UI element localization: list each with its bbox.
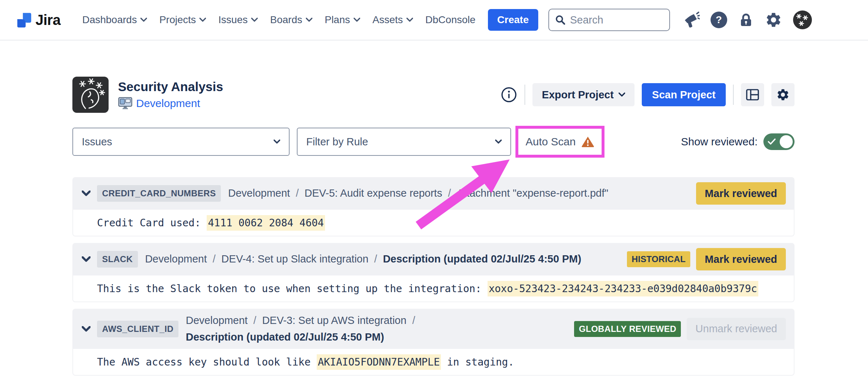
nav-label: Plans bbox=[325, 14, 350, 26]
snippet-text: The AWS access key should look like bbox=[97, 356, 317, 368]
check-icon bbox=[767, 137, 776, 146]
secret-highlight: AKIAIO5FODNN7EXAMPLE bbox=[317, 354, 441, 370]
nav-label: Projects bbox=[159, 14, 196, 26]
crumb-issue: DEV-5: Audit expense reports bbox=[304, 187, 442, 200]
scan-project-button[interactable]: Scan Project bbox=[642, 83, 726, 106]
historical-badge: HISTORICAL bbox=[627, 251, 690, 267]
issues-select[interactable]: Issues bbox=[72, 128, 290, 156]
nav-item-dashboards[interactable]: Dashboards bbox=[82, 14, 147, 26]
chevron-down-icon bbox=[495, 140, 502, 144]
jira-logo[interactable]: Jira bbox=[16, 12, 60, 28]
crumb-separator: / bbox=[253, 314, 256, 328]
crumb-project: Development bbox=[186, 314, 248, 328]
user-avatar[interactable] bbox=[793, 10, 812, 29]
rule-badge: CREDIT_CARD_NUMBERS bbox=[97, 185, 221, 202]
crumb-location: Attachment "expense-report.pdf" bbox=[457, 187, 608, 200]
finding-snippet: Credit Card used: 4111 0062 2084 4604 bbox=[97, 217, 325, 229]
finding-header: AWS_CLIENT_ID Development / DEV-3: Set u… bbox=[72, 309, 795, 349]
create-button[interactable]: Create bbox=[488, 9, 538, 31]
nav-item-issues[interactable]: Issues bbox=[218, 14, 258, 26]
nav-item-projects[interactable]: Projects bbox=[159, 14, 206, 26]
nav-label: Boards bbox=[270, 14, 302, 26]
search-box[interactable] bbox=[548, 9, 670, 31]
info-icon[interactable] bbox=[501, 86, 517, 103]
crumb-separator: / bbox=[296, 187, 299, 200]
jira-logo-icon bbox=[16, 12, 33, 28]
divider bbox=[733, 85, 734, 105]
warning-icon bbox=[581, 136, 594, 148]
help-icon[interactable]: ? bbox=[711, 12, 727, 28]
rule-badge: AWS_CLIENT_ID bbox=[97, 321, 178, 337]
navbar-icon-group: ? bbox=[682, 10, 812, 29]
nav-label: Assets bbox=[372, 14, 403, 26]
nav-item-plans[interactable]: Plans bbox=[325, 14, 360, 26]
nav-label: Issues bbox=[218, 14, 248, 26]
nav-item-dbconsole[interactable]: DbConsole bbox=[425, 14, 476, 26]
header-actions: Export Project Scan Project bbox=[501, 83, 795, 106]
nav-item-assets[interactable]: Assets bbox=[372, 14, 413, 26]
finding-card-credit-card: CREDIT_CARD_NUMBERS Development / DEV-5:… bbox=[72, 177, 795, 236]
crumb-project: Development bbox=[145, 252, 207, 266]
chevron-down-icon bbox=[274, 140, 280, 144]
page-header: Security Analysis Development Export Pro… bbox=[72, 77, 795, 113]
snippet-text: Credit Card used: bbox=[97, 217, 207, 229]
title-block: Security Analysis Development bbox=[118, 80, 223, 110]
filters-row: Issues Filter by Rule Auto Scan Show rev… bbox=[72, 126, 795, 158]
export-project-label: Export Project bbox=[542, 89, 614, 101]
chevron-down-icon bbox=[406, 18, 413, 22]
announcement-icon[interactable] bbox=[682, 11, 700, 29]
issues-select-value: Issues bbox=[82, 136, 112, 148]
chevron-down-icon bbox=[306, 18, 312, 22]
breadcrumb: Development / DEV-4: Set up Slack integr… bbox=[145, 252, 581, 266]
breadcrumb: Development / DEV-5: Audit expense repor… bbox=[228, 187, 608, 200]
show-reviewed-group: Show reviewed: bbox=[681, 133, 795, 150]
crumb-location: Description (updated 02/Jul/25 4:50 PM) bbox=[186, 330, 384, 344]
lock-icon[interactable] bbox=[738, 12, 754, 28]
crumb-separator: / bbox=[412, 314, 415, 328]
chevron-down-icon[interactable] bbox=[82, 191, 90, 196]
mark-reviewed-button[interactable]: Mark reviewed bbox=[696, 248, 786, 270]
top-navbar: Jira Dashboards Projects Issues Boards P… bbox=[0, 0, 868, 40]
finding-card-slack: SLACK Development / DEV-4: Set up Slack … bbox=[72, 243, 795, 302]
export-project-button[interactable]: Export Project bbox=[532, 83, 635, 106]
nav-item-boards[interactable]: Boards bbox=[270, 14, 312, 26]
rule-badge: SLACK bbox=[97, 251, 138, 268]
secret-highlight: xoxo-523423-234243-234233-e039d02840a0b9… bbox=[488, 281, 758, 296]
finding-header: SLACK Development / DEV-4: Set up Slack … bbox=[72, 243, 795, 275]
development-project-icon bbox=[118, 97, 132, 110]
mark-reviewed-button[interactable]: Mark reviewed bbox=[696, 182, 786, 205]
show-reviewed-toggle[interactable] bbox=[763, 133, 795, 150]
annotation-highlight-box: Auto Scan bbox=[515, 126, 604, 158]
chevron-down-icon bbox=[199, 18, 206, 22]
nav-label: Dashboards bbox=[82, 14, 137, 26]
globally-reviewed-badge: GLOBALLY REVIEWED bbox=[574, 321, 681, 337]
crumb-separator: / bbox=[213, 252, 216, 266]
snippet-text: This is the Slack token to use when sett… bbox=[97, 283, 488, 295]
settings-icon[interactable] bbox=[765, 11, 782, 29]
chevron-down-icon[interactable] bbox=[82, 256, 90, 262]
auto-scan-button[interactable]: Auto Scan bbox=[526, 136, 576, 148]
finding-snippet: This is the Slack token to use when sett… bbox=[97, 283, 758, 295]
project-avatar bbox=[72, 77, 109, 113]
search-input[interactable] bbox=[570, 14, 653, 26]
brand-text: Jira bbox=[35, 12, 60, 28]
crumb-location: Description (updated 02/Jul/25 4:50 PM) bbox=[383, 252, 581, 266]
chevron-down-icon bbox=[251, 18, 258, 22]
project-settings-icon[interactable] bbox=[771, 83, 795, 106]
finding-content: This is the Slack token to use when sett… bbox=[72, 275, 795, 302]
detail-view-icon[interactable] bbox=[741, 83, 764, 106]
rule-filter-select[interactable]: Filter by Rule bbox=[297, 128, 511, 156]
search-icon bbox=[555, 14, 566, 25]
chevron-down-icon[interactable] bbox=[82, 326, 90, 332]
chevron-down-icon bbox=[354, 18, 360, 22]
page-title: Security Analysis bbox=[118, 80, 223, 94]
unmark-reviewed-button[interactable]: Unmark reviewed bbox=[687, 318, 786, 340]
project-breadcrumb-link[interactable]: Development bbox=[136, 97, 200, 110]
toggle-knob bbox=[780, 135, 793, 148]
secret-highlight: 4111 0062 2084 4604 bbox=[207, 215, 325, 231]
rule-select-placeholder: Filter by Rule bbox=[306, 136, 368, 148]
finding-content: The AWS access key should look like AKIA… bbox=[72, 349, 795, 376]
help-glyph: ? bbox=[716, 14, 722, 26]
show-reviewed-label: Show reviewed: bbox=[681, 136, 758, 148]
nav-label: DbConsole bbox=[425, 14, 476, 26]
